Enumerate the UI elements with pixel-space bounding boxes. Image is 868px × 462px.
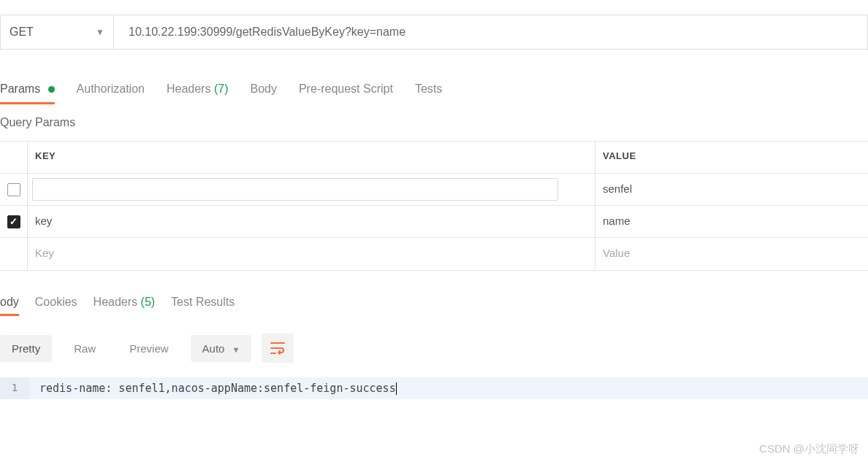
row-key-cell[interactable] <box>28 174 595 205</box>
row-value-cell[interactable]: senfel <box>595 174 868 205</box>
header-key: KEY <box>28 142 595 173</box>
tab-response-body[interactable]: ody <box>0 290 19 315</box>
value-placeholder[interactable]: Value <box>595 238 868 270</box>
params-table: KEY VALUE senfel ✓ key name Key Value <box>0 141 868 271</box>
response-headers-count: (5) <box>141 296 156 308</box>
tab-body[interactable]: Body <box>250 75 276 103</box>
http-method-label: GET <box>9 26 34 39</box>
raw-button[interactable]: Raw <box>62 335 107 362</box>
tab-response-headers[interactable]: Headers (5) <box>94 290 156 315</box>
params-indicator-dot <box>48 86 55 93</box>
tab-response-headers-label: Headers <box>94 296 137 308</box>
url-input[interactable]: 10.10.22.199:30999/getRedisValueByKey?ke… <box>114 15 867 49</box>
chevron-down-icon: ▼ <box>232 345 240 354</box>
request-tabs: Params Authorization Headers (7) Body Pr… <box>0 75 868 103</box>
wrap-lines-icon <box>270 342 285 355</box>
tab-headers-label: Headers <box>167 82 210 95</box>
tab-tests[interactable]: Tests <box>415 75 442 103</box>
table-row-placeholder: Key Value <box>0 238 868 270</box>
tab-test-results[interactable]: Test Results <box>171 290 235 315</box>
tab-params-label: Params <box>0 82 40 95</box>
tab-headers[interactable]: Headers (7) <box>167 75 229 103</box>
key-input[interactable] <box>32 178 558 201</box>
row-checkbox-cell <box>0 238 28 270</box>
watermark: CSDN @小沈同学呀 <box>759 442 859 456</box>
line-number: 1 <box>0 377 29 399</box>
tab-cookies[interactable]: Cookies <box>35 290 77 315</box>
response-content[interactable]: redis-name: senfel1,nacos-appName:senfel… <box>29 377 407 399</box>
tab-authorization[interactable]: Authorization <box>77 75 145 103</box>
preview-button[interactable]: Preview <box>118 335 180 362</box>
text-cursor <box>396 382 397 395</box>
response-body: 1 redis-name: senfel1,nacos-appName:senf… <box>0 377 868 399</box>
row-checkbox[interactable]: ✓ <box>7 215 20 228</box>
response-text: redis-name: senfel1,nacos-appName:senfel… <box>39 382 396 395</box>
query-params-title: Query Params <box>0 116 868 129</box>
tab-params[interactable]: Params <box>0 75 55 103</box>
table-row: ✓ key name <box>0 206 868 238</box>
tab-prerequest[interactable]: Pre-request Script <box>299 75 393 103</box>
pretty-button[interactable]: Pretty <box>0 335 52 362</box>
row-checkbox-cell <box>0 174 28 205</box>
response-toolbar: Pretty Raw Preview Auto ▼ <box>0 334 868 363</box>
response-tabs: ody Cookies Headers (5) Test Results <box>0 290 868 315</box>
key-placeholder[interactable]: Key <box>28 238 595 270</box>
header-value: VALUE <box>595 142 868 173</box>
row-checkbox-cell: ✓ <box>0 206 28 237</box>
table-header-row: KEY VALUE <box>0 142 868 174</box>
format-select[interactable]: Auto ▼ <box>191 335 252 362</box>
http-method-select[interactable]: GET ▼ <box>1 15 114 49</box>
table-row: senfel <box>0 174 868 206</box>
headers-count: (7) <box>214 82 229 95</box>
header-check-cell <box>0 142 28 173</box>
row-checkbox[interactable] <box>7 183 20 196</box>
wrap-lines-button[interactable] <box>262 334 294 363</box>
row-key-cell[interactable]: key <box>28 206 595 237</box>
row-value-cell[interactable]: name <box>595 206 868 237</box>
chevron-down-icon: ▼ <box>96 27 104 37</box>
format-label: Auto <box>202 342 225 355</box>
request-bar: GET ▼ 10.10.22.199:30999/getRedisValueBy… <box>0 15 868 50</box>
